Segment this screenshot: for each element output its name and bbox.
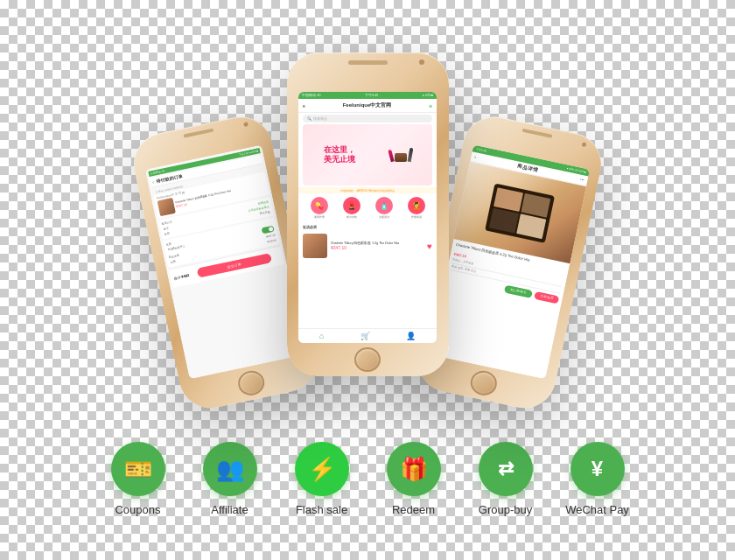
affiliate-icon: 👥 [216,458,244,480]
left-phone-screen: 中国移动 4G 下午7:00 ● 83%■ ‹ 待付款的订单 订单号: 1508… [145,144,306,379]
promo-bar: 全场免税收，满¥600即可9折购买全场品牌商品 [298,187,437,193]
affiliate-label: Affiliate [211,503,248,518]
flash-sale-icon: ⚡ [308,458,336,480]
profile-nav-icon[interactable]: 👤 [406,332,416,340]
product-thumbnail [158,198,176,216]
lipstick-icon [388,150,394,163]
wechat-pay-label: WeChat Pay [565,503,629,518]
bottom-nav: ⌂ 🛒 👤 [298,328,437,343]
category-icons: 💊 面部护理 💄 精力补给 🧴 洁面清洁 💆 护肤保湿 [298,193,437,222]
category-moisture[interactable]: 💆 护肤保湿 [408,197,425,219]
feature-affiliate[interactable]: 👥 Affiliate [192,442,267,518]
rec-label: 近店必买 [298,222,437,232]
group-buy-label: Group-buy [479,503,532,518]
feature-redeem[interactable]: 🎁 Redeem [376,442,451,518]
mascara-icon [407,148,413,162]
back-icon: ‹ [151,179,154,185]
wechat-pay-icon-circle: ¥ [570,442,625,496]
category-energy[interactable]: 💄 精力补给 [343,197,360,219]
product-card[interactable]: Charlotte Tilbury 四色眼影盘 5.2g The Dolce V… [298,232,437,260]
feature-group-buy[interactable]: ⇄ Group-buy [468,442,542,518]
hero-banner: 在这里， 美无止境 [303,124,432,186]
product-card-thumbnail [303,234,327,258]
wechat-pay-icon: ¥ [592,458,603,480]
features-bar: 🎫 Coupons 👥 Affiliate ⚡ Flash sale 🎁 Red… [0,429,735,527]
cart-nav-icon[interactable]: 🛒 [360,332,370,340]
home-nav-icon[interactable]: ⌂ [319,332,324,340]
home-button-right [468,368,499,397]
redeem-icon: 🎁 [400,458,428,480]
eyeshadow-icon [395,153,407,162]
phone-center: 中国移动 4G 下午8:40 ● 43%■ ≡ Feelunique中文官网 ⊕… [287,52,449,376]
center-nav-bar: ≡ Feelunique中文官网 ⊕ [298,99,437,113]
affiliate-icon-circle: 👥 [203,442,257,496]
right-phone-screen: 下午5:58 ● 83% 5G 35%■ ‹ 商品详情 ··· [429,144,590,379]
category-face[interactable]: 💊 面部护理 [311,197,328,219]
eyeshadow-palette [485,183,555,242]
group-buy-icon: ⇄ [498,459,514,479]
coupons-icon-circle: 🎫 [111,442,165,496]
center-phone-screen: 中国移动 4G 下午8:40 ● 43%■ ≡ Feelunique中文官网 ⊕… [298,92,437,343]
back-icon-right: ‹ [474,154,477,160]
favorite-icon[interactable]: ♥ [427,242,432,251]
search-icon: 🔍 [307,116,312,121]
feature-flash-sale[interactable]: ⚡ Flash sale [284,442,359,518]
screen-title: 待付款的订单 [156,173,183,184]
home-button-center [354,347,381,372]
share-icon: ⊕ [429,103,432,108]
buy-now-button[interactable]: 立即购买 [534,290,559,304]
flash-sale-icon-circle: ⚡ [295,442,349,496]
category-cleanse[interactable]: 🧴 洁面清洁 [375,197,393,219]
more-icon: ··· [579,177,584,184]
brand-title: Feelunique中文官网 [343,102,392,109]
phones-showcase: 中国移动 4G 下午7:00 ● 83%■ ‹ 待付款的订单 订单号: 1508… [0,0,735,429]
flash-sale-label: Flash sale [296,503,347,518]
redeem-label: Redeem [392,503,435,518]
group-buy-icon-circle: ⇄ [479,442,533,496]
center-status-bar: 中国移动 4G 下午8:40 ● 43%■ [298,92,437,99]
coupons-label: Coupons [115,503,160,518]
home-button-left [236,368,267,397]
search-bar[interactable]: 🔍 搜索商品 [303,115,432,122]
product-card-price: ¥347.10 [331,245,399,250]
feature-coupons[interactable]: 🎫 Coupons [101,442,175,518]
redeem-icon-circle: 🎁 [387,442,441,496]
coupons-icon: 🎫 [124,458,152,480]
feature-wechat-pay[interactable]: ¥ WeChat Pay [560,442,634,518]
